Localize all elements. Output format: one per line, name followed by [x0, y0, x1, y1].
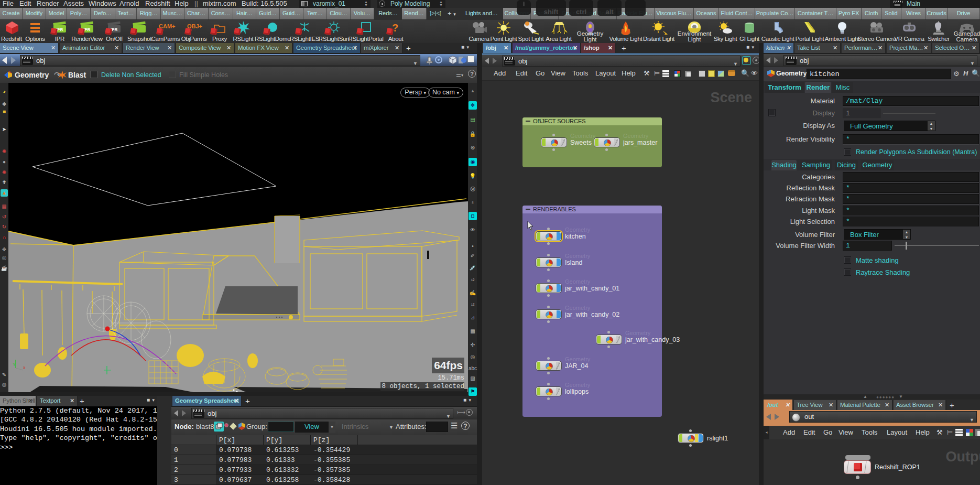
svg-text:x: x	[23, 365, 26, 370]
svg-text:Y: Y	[13, 362, 16, 367]
